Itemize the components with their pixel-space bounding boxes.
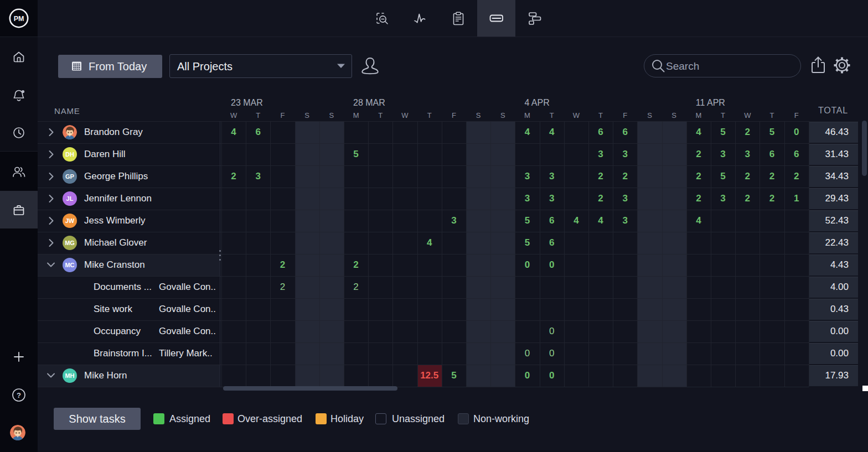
svg-text:?: ?: [17, 391, 21, 399]
svg-text:PM: PM: [14, 15, 24, 23]
